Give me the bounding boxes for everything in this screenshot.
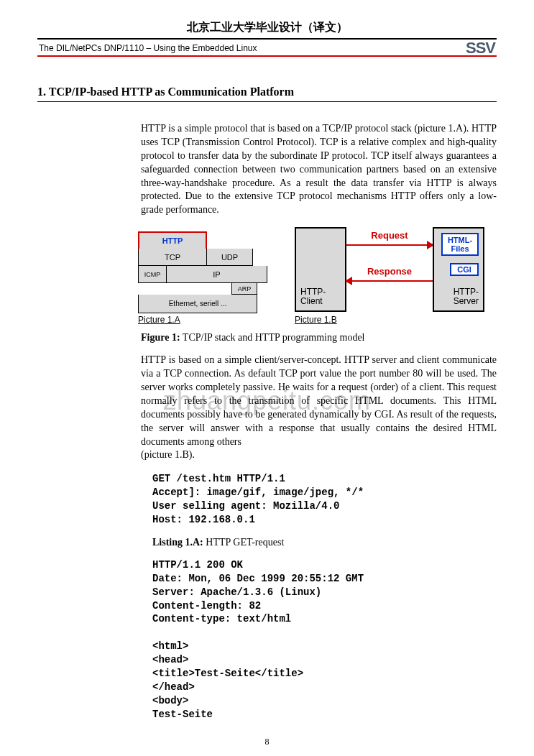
stack-arp: ARP bbox=[231, 283, 257, 295]
para2-text: HTTP is based on a simple client/server-… bbox=[141, 354, 497, 448]
picture-1b-label: Picture 1.B bbox=[295, 315, 484, 325]
arrows: Request Response bbox=[346, 227, 433, 312]
listing-1b-code: HTTP/1.1 200 OK Date: Mon, 06 Dec 1999 2… bbox=[152, 558, 497, 722]
page-title-cn: 北京工业大学毕业设计（译文） bbox=[0, 0, 534, 38]
picture-1a: HTTP TCP UDP ICMP IP ARP Ethernet, serie… bbox=[138, 231, 267, 325]
ssv-logo: SSV bbox=[466, 40, 497, 56]
stack-tcp: TCP bbox=[138, 249, 207, 266]
listing-1a-code: GET /test.htm HTTP/1.1 Accept]: image/gi… bbox=[152, 472, 497, 527]
listing-1a-rest: HTTP GET-request bbox=[203, 537, 285, 548]
stack-icmp: ICMP bbox=[138, 266, 167, 283]
picture-1a-label: Picture 1.A bbox=[138, 315, 267, 325]
stack-ethernet: Ethernet, seriell ... bbox=[138, 295, 257, 313]
section-heading: 1. TCP/IP-based HTTP as Communication Pl… bbox=[37, 86, 497, 102]
para2-tail: (picture 1.B). bbox=[141, 448, 497, 462]
paragraph-1: HTTP is a simple protocol that is based … bbox=[141, 122, 497, 217]
listing-1a-bold: Listing 1.A: bbox=[152, 537, 203, 548]
server-label: HTTP- Server bbox=[454, 287, 479, 306]
picture-1b: HTTP- Client Request Response HTML- File… bbox=[295, 227, 484, 325]
stack-http: HTTP bbox=[138, 231, 207, 250]
para1-text: HTTP is a simple protocol that is based … bbox=[141, 122, 497, 217]
response-label: Response bbox=[346, 266, 433, 277]
arrow-left-icon bbox=[345, 277, 352, 285]
paragraph-2: HTTP is based on a simple client/server-… bbox=[141, 354, 497, 462]
figure-1-caption: Figure 1: TCP/IP stack and HTTP programm… bbox=[141, 332, 497, 344]
figure-1: HTTP TCP UDP ICMP IP ARP Ethernet, serie… bbox=[138, 227, 497, 325]
request-label: Request bbox=[346, 230, 433, 241]
sub-header: The DIL/NetPCs DNP/1110 – Using the Embe… bbox=[37, 38, 497, 57]
figure-caption-text: TCP/IP stack and HTTP programming model bbox=[180, 332, 365, 343]
cgi-box: CGI bbox=[450, 263, 479, 276]
stack-ip: IP bbox=[167, 266, 267, 283]
listing-1a-label: Listing 1.A: HTTP GET-request bbox=[152, 537, 497, 548]
client-label: HTTP- Client bbox=[300, 287, 326, 306]
http-server-box: HTML- Files CGI HTTP- Server bbox=[433, 227, 484, 312]
sub-header-text: The DIL/NetPCs DNP/1110 – Using the Embe… bbox=[37, 43, 257, 53]
figure-caption-bold: Figure 1: bbox=[141, 332, 180, 343]
html-files-box: HTML- Files bbox=[441, 233, 479, 256]
stack-udp: UDP bbox=[207, 249, 253, 266]
page-number: 8 bbox=[0, 737, 534, 747]
http-client-box: HTTP- Client bbox=[295, 227, 346, 312]
